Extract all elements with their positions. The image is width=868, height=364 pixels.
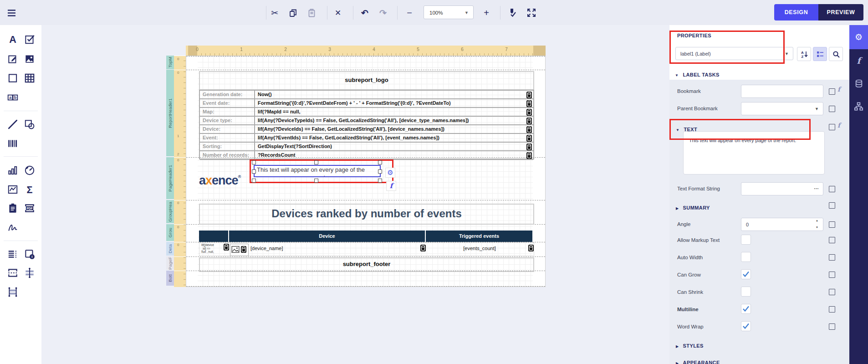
- selection-handle[interactable]: [378, 160, 382, 164]
- can-grow-checkbox[interactable]: [741, 269, 751, 279]
- selected-label[interactable]: This text will appear on every page of t…: [254, 165, 381, 177]
- picture-tool-icon[interactable]: [24, 53, 36, 65]
- redo-icon[interactable]: ↷: [377, 7, 389, 19]
- zoom-level-select[interactable]: 100% ▼: [424, 5, 474, 19]
- property-expression-checkbox[interactable]: [829, 306, 835, 313]
- text-value-textarea[interactable]: This text will appear on every page of t…: [683, 131, 825, 174]
- sort-az-button[interactable]: AZ: [797, 47, 811, 61]
- field-row[interactable]: Event:Iif(Any(?EventIds) == False, GetLo…: [200, 134, 533, 143]
- bookmark-input[interactable]: [741, 85, 823, 98]
- selection-handle[interactable]: [252, 160, 256, 164]
- band-grouphea[interactable]: GroupHea: [166, 200, 174, 223]
- text-format-string-input[interactable]: …: [741, 182, 823, 195]
- can-shrink-checkbox[interactable]: [741, 287, 751, 297]
- selection-handle[interactable]: [252, 169, 256, 174]
- table-header-device[interactable]: Device: [229, 231, 425, 242]
- page-break-tool-icon[interactable]: [7, 267, 19, 279]
- label-tool-icon[interactable]: A: [7, 33, 19, 45]
- expression-f-icon[interactable]: f: [386, 181, 396, 191]
- cut-icon[interactable]: ✂: [269, 7, 281, 19]
- signature-tool-icon[interactable]: [7, 222, 19, 234]
- chart-tool-icon[interactable]: [7, 164, 19, 176]
- angle-checkbox[interactable]: [829, 221, 835, 228]
- multiline-checkbox[interactable]: [741, 304, 751, 314]
- field-row[interactable]: Map:Iif(?MapId == null,GetLocalizedStrin…: [200, 108, 533, 117]
- pdf-content-tool-icon[interactable]: PDF: [24, 202, 36, 214]
- summary-tool-icon[interactable]: Σ: [24, 184, 36, 195]
- word-wrap-checkbox[interactable]: [741, 321, 751, 331]
- report-fields-table[interactable]: Generation date:Now()Event date:FormatSt…: [199, 90, 534, 159]
- group-title-label[interactable]: Devices ranked by number of events: [199, 204, 534, 225]
- selection-handle[interactable]: [378, 169, 382, 174]
- selection-handle[interactable]: [314, 179, 318, 183]
- parent-bookmark-dropdown[interactable]: ▼: [741, 102, 823, 115]
- cross-band-box-tool-icon[interactable]: [7, 286, 19, 298]
- field-row[interactable]: Number of records:?RecordsCount: [200, 151, 533, 160]
- zoom-in-icon[interactable]: +: [480, 7, 492, 19]
- band-pageheader1[interactable]: PageHeader1: [166, 157, 174, 199]
- selection-handle[interactable]: [252, 179, 256, 183]
- allow-markup-text-checkbox[interactable]: [741, 235, 751, 245]
- sparkline-tool-icon[interactable]: [7, 184, 19, 195]
- band-pagef[interactable]: PageF: [166, 256, 174, 270]
- property-expression-checkbox[interactable]: [829, 323, 835, 330]
- bookmark-checkbox[interactable]: [829, 88, 835, 95]
- property-expression-checkbox[interactable]: [829, 237, 835, 243]
- property-expression-checkbox[interactable]: [829, 289, 835, 295]
- auto-width-checkbox[interactable]: [741, 252, 751, 262]
- band-deta[interactable]: Deta: [166, 242, 174, 256]
- field-row[interactable]: Generation date:Now(): [200, 91, 533, 99]
- table-header-empty-cell[interactable]: [199, 231, 228, 242]
- band-bott[interactable]: Bott: [166, 271, 174, 286]
- angle-input[interactable]: 0 ▲ ▼: [741, 218, 823, 231]
- parent-bookmark-checkbox[interactable]: [829, 106, 835, 112]
- table-tool-icon[interactable]: [24, 72, 36, 84]
- copy-icon[interactable]: [287, 7, 299, 19]
- expression-f-icon[interactable]: f: [849, 49, 868, 72]
- control-selector-dropdown[interactable]: label1 (Label) ▼: [675, 47, 793, 60]
- summary-section[interactable]: ▶ SUMMARY: [676, 203, 710, 211]
- selection-handle[interactable]: [314, 160, 318, 164]
- clipboard-content-tool-icon[interactable]: [7, 202, 19, 214]
- text-expression-f-icon[interactable]: f: [837, 122, 840, 129]
- text-section-checkbox[interactable]: [829, 124, 835, 130]
- property-expression-checkbox[interactable]: [829, 272, 835, 278]
- page-info-tool-icon[interactable]: i: [24, 248, 36, 260]
- shape-tool-icon[interactable]: [24, 118, 36, 130]
- zoom-out-icon[interactable]: −: [403, 7, 415, 19]
- character-comb-tool-icon[interactable]: ab: [7, 92, 19, 103]
- subreport-logo-cell[interactable]: subreport_logo: [199, 71, 534, 90]
- line-tool-icon[interactable]: [7, 118, 19, 130]
- design-tab[interactable]: DESIGN: [774, 4, 818, 21]
- data-source-icon[interactable]: [849, 72, 868, 95]
- events-count-field[interactable]: [events_count]: [426, 246, 533, 251]
- validate-icon[interactable]: [506, 7, 518, 19]
- smart-tag-gear-icon[interactable]: ⚙: [385, 168, 395, 178]
- text-format-string-checkbox[interactable]: [829, 186, 835, 192]
- label-tasks-section[interactable]: ▼ LABEL TASKS: [675, 70, 720, 78]
- checkbox-tool-icon[interactable]: [24, 33, 36, 45]
- field-row[interactable]: Device type:Iif(Any(?DeviceTypeIds) == F…: [200, 117, 533, 125]
- device-name-field[interactable]: [device_name]: [250, 246, 283, 251]
- detail-expression-cell[interactable]: Iif([device _id] == null , null,: [201, 243, 224, 254]
- panel-tool-icon[interactable]: [7, 72, 19, 84]
- styles-section[interactable]: ▶ STYLES: [676, 341, 704, 349]
- device-icon-picture-cell[interactable]: [230, 244, 249, 256]
- report-structure-icon[interactable]: [849, 95, 868, 118]
- band-reportheader1[interactable]: ReportHeader1: [166, 70, 174, 156]
- spinner-down-icon[interactable]: ▼: [816, 226, 818, 229]
- report-page-surface[interactable]: subreport_logo Generation date:Now()Even…: [186, 56, 546, 287]
- cross-band-line-tool-icon[interactable]: [24, 267, 36, 279]
- gauge-tool-icon[interactable]: [24, 164, 36, 176]
- ellipsis-icon[interactable]: …: [814, 181, 819, 194]
- selection-handle[interactable]: [378, 179, 382, 183]
- category-view-button[interactable]: [813, 47, 827, 61]
- table-header-triggered-events[interactable]: Triggered events: [426, 231, 532, 242]
- field-row[interactable]: Device:Iif(Any(?DeviceIds) == False, Get…: [200, 125, 533, 134]
- axence-logo[interactable]: axence®: [199, 174, 240, 188]
- barcode-tool-icon[interactable]: [7, 138, 19, 149]
- undo-icon[interactable]: ↶: [359, 7, 371, 19]
- field-row[interactable]: Sorting:GetDisplayText(?SortDirection): [200, 143, 533, 151]
- richtext-tool-icon[interactable]: [7, 53, 19, 65]
- property-expression-checkbox[interactable]: [829, 254, 835, 261]
